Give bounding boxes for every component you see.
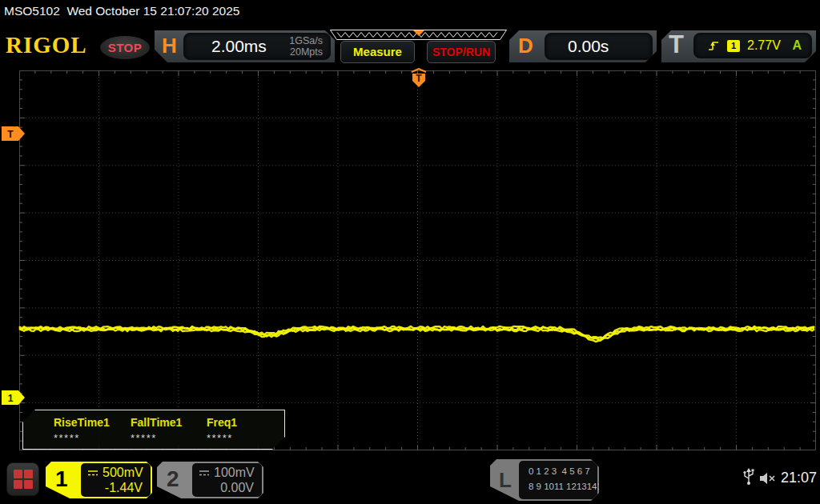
acquisition-info: 1GSa/s 20Mpts [289,35,323,58]
waveform-overview-icon [330,29,507,41]
measure-button[interactable]: Measure [340,41,415,63]
sample-rate: 1GSa/s [289,35,323,46]
logic-row-0-7: 0 1 2 3 4 5 6 7 [529,466,590,476]
logic-channels-box[interactable]: L 0 1 2 3 4 5 6 7 8 9 1011 12131415 [490,459,599,501]
svg-text:T: T [416,73,422,84]
channel1-position-marker[interactable]: 1 [2,390,26,406]
channel2-status-box[interactable]: 2 100mV 0.00V [157,462,263,498]
dc-coupling-icon [87,470,98,477]
dc-coupling-icon [199,470,210,477]
waveform-display [0,67,820,461]
rigol-logo: RIGOL [6,32,87,58]
channel1-number: 1 [55,466,68,492]
window-title: MSO5102 Wed October 15 21:07:20 2025 [4,4,239,18]
trigger-settings-box[interactable]: T 1 2.77V A [661,30,816,62]
channel1-scale: 500mV [102,466,143,480]
memory-depth: 20Mpts [289,46,323,58]
usb-icon [742,468,755,486]
timebase-value: 2.00ms [211,34,267,59]
delay-panel: 0.00s [545,33,653,60]
svg-text:1: 1 [8,393,14,404]
channel1-status-box[interactable]: 1 500mV -1.44V [46,462,152,498]
oscilloscope-screen: MSO5102 Wed October 15 21:07:20 2025 RIG… [0,0,820,504]
trigger-label: T [669,30,684,59]
trigger-panel: 1 2.77V A [693,33,812,58]
speaker-muted-icon[interactable] [759,472,778,485]
logic-label: L [499,468,512,493]
horizontal-settings-box[interactable]: H 2.00ms 1GSa/s 20Mpts [155,30,335,62]
channel2-number: 2 [167,466,179,492]
trigger-level-marker[interactable]: T [2,126,26,142]
trigger-slope-icon [707,39,720,52]
run-state-badge: STOP [100,36,150,59]
channel2-values: 100mV 0.00V [192,463,262,497]
delay-label: D [518,34,533,58]
channel1-values: 500mV -1.44V [81,463,151,497]
measurement-results-panel[interactable]: RiseTime1 ***** FallTime1 ***** Freq1 **… [22,410,285,450]
timebase-panel: 2.00ms 1GSa/s 20Mpts [183,33,331,60]
trigger-mode: A [792,38,802,53]
stop-run-button[interactable]: STOP/RUN [427,41,496,63]
clock: 21:07 [781,470,817,486]
logic-row-8-15: 8 9 1011 12131415 [529,482,607,491]
trigger-position-marker[interactable]: T [410,68,428,90]
trigger-level-value: 2.77V [747,38,781,53]
svg-text:T: T [7,129,14,140]
menu-button[interactable] [6,462,39,496]
channel1-offset: -1.44V [105,481,143,495]
trigger-source-badge: 1 [727,40,740,52]
horizontal-label: H [162,34,177,58]
menu-grid-icon [14,470,32,489]
channel2-offset: 0.00V [220,481,254,495]
waveform-overview-strip[interactable] [330,29,507,41]
logic-channel-list: 0 1 2 3 4 5 6 7 8 9 1011 12131415 [519,461,597,499]
channel2-scale: 100mV [214,466,255,480]
delay-settings-box[interactable]: D 0.00s [509,30,657,62]
delay-value: 0.00s [568,34,609,59]
